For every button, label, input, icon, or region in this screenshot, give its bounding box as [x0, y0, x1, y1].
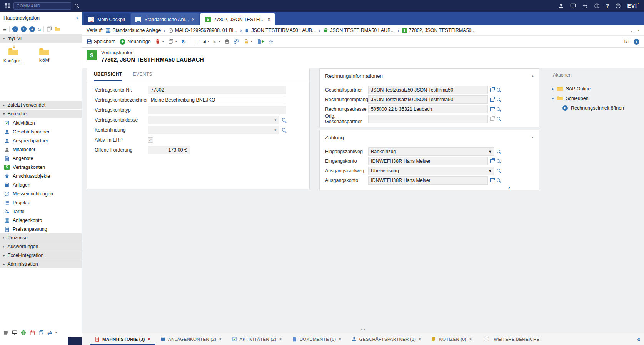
ausgangszahlweg-dropdown[interactable]: Überweisung ▾	[368, 167, 494, 175]
bottom-tab-dokumente[interactable]: DOKUMENTE (0) ×	[287, 333, 347, 345]
monitor-icon[interactable]	[12, 330, 17, 335]
open-record-icon[interactable]	[490, 159, 494, 163]
open-record-icon[interactable]	[490, 88, 494, 92]
breadcrumb-item[interactable]: MALO-12995678908, 01 Bl...	[168, 28, 237, 33]
tab-uebersicht[interactable]: ÜBERSICHT	[94, 68, 122, 81]
sidebar-collapse-icon[interactable]: ‹	[76, 14, 78, 21]
user-icon[interactable]	[558, 3, 564, 9]
dropdown-caret-icon[interactable]: ▾	[489, 148, 491, 154]
eingangszahlweg-dropdown[interactable]: Bankeinzug ▾	[368, 147, 494, 156]
lookup-search-icon[interactable]	[496, 117, 501, 121]
tab-close-icon[interactable]: ×	[148, 337, 150, 342]
dropdown-caret-icon[interactable]: ▾	[274, 128, 276, 132]
tab-close-icon[interactable]: ×	[192, 17, 195, 22]
sync-icon[interactable]: ⇄	[47, 330, 52, 336]
sidebar-item-anlagenkonto[interactable]: Anlagenkonto	[0, 216, 82, 225]
vertragskontobezeichner-field[interactable]: Meine Beschreibung BNEJKO	[148, 96, 286, 104]
vertragskontotyp-field[interactable]	[148, 106, 286, 114]
command-search-icon[interactable]	[74, 3, 79, 8]
offene-forderung-field[interactable]: 173,00 €	[148, 146, 190, 154]
nav-up-icon[interactable]: ▴	[29, 26, 35, 32]
power-icon[interactable]	[615, 3, 621, 9]
lookup-search-icon[interactable]	[496, 97, 501, 102]
bookmark-add-button[interactable]: +	[257, 39, 264, 44]
print-button[interactable]	[224, 39, 230, 44]
rechnungsempfaenger-field[interactable]: JSON Testzusatz50 JSON Testfirma50	[368, 95, 488, 104]
action-rechnungseinheit-oeffnen[interactable]: ▶ Rechnungseinheit öffnen	[552, 103, 644, 113]
previous-record-button[interactable]: ◀ ▾	[202, 39, 209, 44]
monitor-icon[interactable]	[570, 3, 576, 9]
section-header-myevi[interactable]: ▾ myEVI	[0, 34, 82, 43]
sidebar-item-anlagen[interactable]: Anlagen	[0, 180, 82, 189]
bottom-tab-aktivitaeten[interactable]: AKTIVITÄTEN (2) ×	[227, 333, 287, 345]
globe-icon[interactable]	[594, 3, 600, 9]
tab-close-icon[interactable]: ×	[267, 17, 270, 22]
sidebar-item-angebote[interactable]: Angebote	[0, 154, 82, 163]
open-record-icon[interactable]	[490, 178, 494, 182]
sidebar-item-preisanpassung[interactable]: Preisanpassung	[0, 225, 82, 233]
attachment-button[interactable]	[234, 39, 239, 44]
breadcrumb-item[interactable]: JSON TESTFIRMA50 LAUB...	[323, 28, 395, 33]
tab-close-icon[interactable]: ×	[419, 337, 421, 342]
tab-close-icon[interactable]: ×	[339, 337, 341, 342]
calendar-icon[interactable]	[30, 330, 35, 335]
section-header-auswertungen[interactable]: ▸ Auswertungen	[0, 242, 82, 251]
favorite-folder-kloejvf[interactable]: klöjvf	[32, 48, 57, 62]
section-header-zuletzt-verwendet[interactable]: ▸ Zuletzt verwendet	[0, 101, 82, 110]
eingangskonto-field[interactable]: IDNWEFH38R Hans Meiser	[368, 157, 488, 165]
lookup-search-icon[interactable]	[282, 128, 286, 132]
action-group-schleupen[interactable]: ▾ Schleupen	[552, 93, 644, 103]
sidebar-item-projekte[interactable]: Projekte	[0, 198, 82, 207]
panel-expander-icon[interactable]: ›	[508, 184, 510, 190]
sidebar-item-vertragskonten[interactable]: $ Vertragskonten	[0, 163, 82, 172]
breadcrumb-item[interactable]: JSON TESTFIRMA50 LAUB...	[244, 28, 316, 33]
export-icon[interactable]	[38, 330, 44, 335]
breadcrumb-item[interactable]: $ 77802, JSON TESTFIRMA50...	[402, 28, 475, 33]
sidebar-item-ansprechpartner[interactable]: Ansprechpartner	[0, 136, 82, 145]
new-record-button[interactable]: + Neuanlage	[120, 39, 150, 45]
lookup-search-icon[interactable]	[496, 149, 501, 154]
rechnungsadresse-field[interactable]: 505000 22 b 35321 Laubach	[368, 105, 488, 113]
tab-vertragskonto-77802[interactable]: $ 77802, JSON TESTFI... ×	[200, 13, 275, 25]
dropdown-caret-icon[interactable]: ▾	[274, 118, 276, 122]
lookup-search-icon[interactable]	[496, 107, 501, 112]
history-back-icon[interactable]: ←	[630, 27, 636, 34]
tab-events[interactable]: EVENTS	[133, 68, 152, 81]
delete-button[interactable]: ▾	[155, 39, 164, 44]
resize-grip[interactable]	[68, 337, 82, 345]
nav-forward-icon[interactable]: ›	[21, 26, 27, 32]
lookup-search-icon[interactable]	[282, 118, 286, 122]
sidebar-menu-icon[interactable]: ≡	[3, 26, 7, 32]
next-record-button[interactable]: ▶ ▾	[214, 39, 220, 44]
caret-down-icon[interactable]: ▾	[638, 29, 639, 32]
geschaeftspartner-field[interactable]: JSON Testzusatz50 JSON Testfirma50	[368, 86, 488, 94]
caret-down-icon[interactable]: ▾	[55, 331, 57, 334]
tab-close-icon[interactable]: ×	[219, 337, 222, 342]
section-header-excel-integration[interactable]: ▸ Excel-Integration	[0, 251, 82, 260]
bottom-tab-weitere-bereiche[interactable]: ⋮⋮ WEITERE BEREICHE	[477, 333, 545, 345]
favorite-button[interactable]: ☆	[268, 39, 273, 45]
lookup-search-icon[interactable]	[496, 88, 501, 92]
favorite-folder-konfigur[interactable]: Konfigur...	[1, 48, 26, 63]
open-record-icon[interactable]	[490, 98, 494, 102]
section-header-prozesse[interactable]: ▸ Prozesse	[0, 233, 82, 242]
sidebar-item-messeinrichtungen[interactable]: Messeinrichtungen	[0, 189, 82, 198]
tab-close-icon[interactable]: ×	[279, 337, 282, 342]
sidebar-item-anschlussobjekte[interactable]: Anschlussobjekte	[0, 172, 82, 180]
note-icon[interactable]	[3, 330, 8, 335]
copy-icon[interactable]	[47, 26, 52, 32]
nav-back-icon[interactable]: ‹	[12, 26, 18, 32]
undo-icon[interactable]	[582, 3, 588, 9]
breadcrumb-item[interactable]: Standardsuche Anlage	[105, 28, 161, 33]
sidebar-item-mitarbeiter[interactable]: Mitarbeiter	[0, 145, 82, 154]
new-folder-icon[interactable]	[55, 26, 60, 32]
bottom-tab-geschaeftspartner[interactable]: GESCHÄFTSPARTNER (1) ×	[347, 333, 427, 345]
collapse-panel-icon[interactable]: ▴	[532, 135, 534, 139]
sidebar-item-aktivitaeten[interactable]: Aktivitäten	[0, 118, 82, 127]
bottom-tab-mahnhistorie[interactable]: MAHNHISTORIE (3) ×	[90, 333, 155, 345]
tab-close-icon[interactable]: ×	[469, 337, 472, 342]
lookup-search-icon[interactable]	[496, 178, 501, 183]
sidebar-item-geschaeftspartner[interactable]: Geschäftspartner	[0, 127, 82, 136]
home-icon[interactable]: ⌂	[38, 26, 41, 32]
command-input[interactable]	[13, 2, 71, 10]
